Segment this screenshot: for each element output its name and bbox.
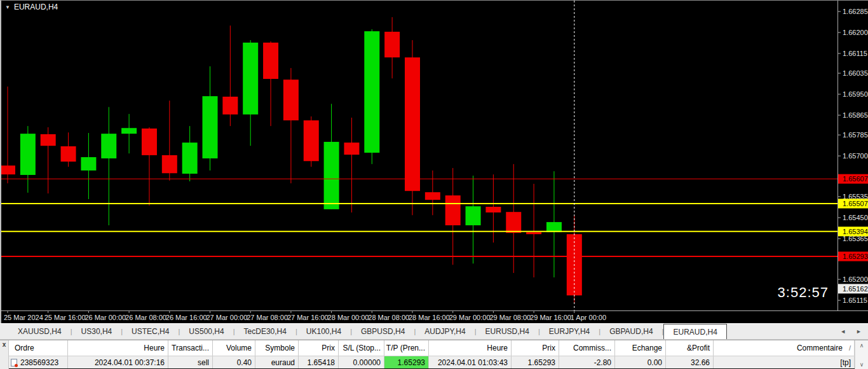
svg-text:27 Mar 08:00: 27 Mar 08:00 (247, 314, 288, 321)
column-header-prix[interactable]: Prix (512, 340, 559, 356)
cell-transacti-: sell (168, 356, 213, 368)
chevron-down-icon[interactable]: ▼ (5, 4, 10, 10)
svg-text:29 Mar 16:00: 29 Mar 16:00 (530, 314, 571, 321)
chart-tab-us30[interactable]: US30,H4 (72, 324, 121, 339)
scroll-up-icon[interactable]: ∧ (855, 342, 868, 349)
chart-tab-xauusd[interactable]: XAUUSD,H4 (9, 324, 71, 339)
chart-tab-us500[interactable]: US500,H4 (180, 324, 233, 339)
terminal-side-strip: x Terminal (0, 340, 9, 369)
svg-text:1.65200: 1.65200 (843, 275, 868, 283)
history-table: OrdreHeureTransacti...VolumeSymbolePrixS… (9, 340, 855, 369)
svg-text:1.65865: 1.65865 (843, 111, 868, 119)
cell-volume: 0.40 (213, 356, 255, 368)
comment-sort-indicator: / (849, 344, 851, 352)
chart-window: 1.662851.662001.661151.660351.659501.658… (0, 0, 868, 323)
chart-symbol-label: ▼ EURAUD,H4 (5, 3, 58, 11)
close-panel-button[interactable]: x (1, 341, 8, 349)
column-header-commiss-[interactable]: Commiss... (559, 340, 615, 356)
cell-prix: 1.65418 (299, 356, 339, 368)
svg-text:25 Mar 2024: 25 Mar 2024 (4, 314, 43, 321)
tab-scroll-right-icon[interactable]: ► (856, 328, 862, 335)
svg-text:29 Mar 00:00: 29 Mar 00:00 (449, 314, 491, 321)
svg-text:28 Mar 16:00: 28 Mar 16:00 (409, 314, 450, 321)
cell-heure: 2024.04.01 00:37:16 (68, 356, 168, 368)
market-clock: 3:52:57 (778, 284, 829, 301)
chart-tab-audjpy[interactable]: AUDJPY,H4 (416, 324, 474, 339)
chart-tab-uk100[interactable]: UK100,H4 (297, 324, 350, 339)
cell-echange: 0.00 (615, 356, 666, 368)
svg-text:1.65507: 1.65507 (843, 200, 868, 207)
column-header-commentaire[interactable]: Commentaire/ (714, 340, 855, 356)
svg-text:1.66035: 1.66035 (843, 69, 868, 77)
column-header-heure[interactable]: Heure (429, 340, 512, 356)
column-header-volume[interactable]: Volume (213, 340, 255, 356)
svg-text:27 Mar 16:00: 27 Mar 16:00 (287, 314, 329, 321)
cell-ordre: 238569323 (9, 356, 68, 368)
chart-tab-gbpusd[interactable]: GBPUSD,H4 (352, 324, 414, 339)
svg-text:28 Mar 00:00: 28 Mar 00:00 (328, 314, 369, 321)
chart-tab-eurjpy[interactable]: EURJPY,H4 (540, 324, 599, 339)
svg-text:1.65293: 1.65293 (843, 253, 868, 260)
svg-text:1.65115: 1.65115 (843, 296, 867, 304)
symbol-text: EURAUD,H4 (14, 3, 58, 11)
chart-tab-tecde30[interactable]: TecDE30,H4 (235, 324, 295, 339)
cell-t-p-pren-: 1.65293 (384, 356, 429, 368)
column-header-s-l-stop-[interactable]: S/L (Stop... (339, 340, 384, 356)
column-header-echange[interactable]: Echange (615, 340, 666, 356)
cell-commiss-: -2.80 (559, 356, 615, 368)
cell-symbole: euraud (255, 356, 299, 368)
tab-scroll-controls: ◄ ► (834, 324, 868, 339)
svg-text:1.65607: 1.65607 (843, 175, 868, 183)
svg-text:1 Apr 00:00: 1 Apr 00:00 (571, 314, 606, 321)
chart-tab-bar: XAUUSD,H4|US30,H4|USTEC,H4|US500,H4|TecD… (0, 323, 868, 340)
chart-tabs: XAUUSD,H4|US30,H4|USTEC,H4|US500,H4|TecD… (0, 324, 834, 339)
cell-commentaire: [tp] (714, 356, 855, 368)
svg-text:1.66115: 1.66115 (843, 50, 867, 57)
svg-text:1.65700: 1.65700 (843, 152, 868, 160)
chart-tab-gbpaud[interactable]: GBPAUD,H4 (600, 324, 661, 339)
table-scrollbar[interactable]: ∧ ∨ (855, 340, 868, 369)
svg-text:1.65950: 1.65950 (843, 90, 868, 98)
candlestick-chart[interactable]: 1.662851.662001.661151.660351.659501.658… (1, 1, 868, 323)
cell-heure: 2024.04.01 01:03:43 (429, 356, 512, 368)
column-header--profit[interactable]: &Profit (666, 340, 714, 356)
svg-text:25 Mar 16:00: 25 Mar 16:00 (44, 314, 86, 321)
cell-s-l-stop-: 0.00000 (339, 356, 384, 368)
mt4-terminal: 1.662851.662001.661151.660351.659501.658… (0, 0, 868, 369)
svg-text:1.66200: 1.66200 (843, 29, 868, 36)
chart-tab-ustec[interactable]: USTEC,H4 (123, 324, 178, 339)
svg-text:26 Mar 16:00: 26 Mar 16:00 (166, 314, 207, 321)
column-header-ordre[interactable]: Ordre (9, 340, 68, 356)
scroll-down-icon[interactable]: ∨ (855, 361, 868, 368)
chart-tab-eurusd[interactable]: EURUSD,H4 (477, 324, 538, 339)
sell-order-icon (11, 359, 17, 366)
svg-text:28 Mar 08:00: 28 Mar 08:00 (368, 314, 409, 321)
column-header-transacti-[interactable]: Transacti... (168, 340, 213, 356)
svg-text:26 Mar 08:00: 26 Mar 08:00 (125, 314, 166, 321)
column-header-prix[interactable]: Prix (299, 340, 339, 356)
chart-tab-euraud[interactable]: EURAUD,H4 (663, 324, 726, 339)
svg-text:1.66285: 1.66285 (843, 8, 868, 15)
cell--profit: 32.66 (666, 356, 714, 368)
svg-text:1.65162: 1.65162 (843, 285, 868, 293)
table-row[interactable]: 2385693232024.04.01 00:37:16sell0.40eura… (9, 356, 855, 368)
svg-text:27 Mar 00:00: 27 Mar 00:00 (207, 314, 248, 321)
svg-text:26 Mar 00:00: 26 Mar 00:00 (85, 314, 126, 321)
svg-text:1.65394: 1.65394 (843, 228, 868, 235)
terminal-panel: x Terminal OrdreHeureTransacti...VolumeS… (0, 340, 868, 369)
column-header-t-p-pren-[interactable]: T/P (Pren... (384, 340, 429, 356)
table-header-row: OrdreHeureTransacti...VolumeSymbolePrixS… (9, 340, 855, 356)
cell-prix: 1.65293 (512, 356, 559, 368)
svg-text:1.65450: 1.65450 (843, 214, 868, 221)
tab-scroll-left-icon[interactable]: ◄ (840, 328, 846, 335)
svg-text:1.65785: 1.65785 (843, 131, 868, 139)
svg-text:29 Mar 08:00: 29 Mar 08:00 (489, 314, 531, 321)
column-header-heure[interactable]: Heure (68, 340, 168, 356)
column-header-symbole[interactable]: Symbole (255, 340, 299, 356)
